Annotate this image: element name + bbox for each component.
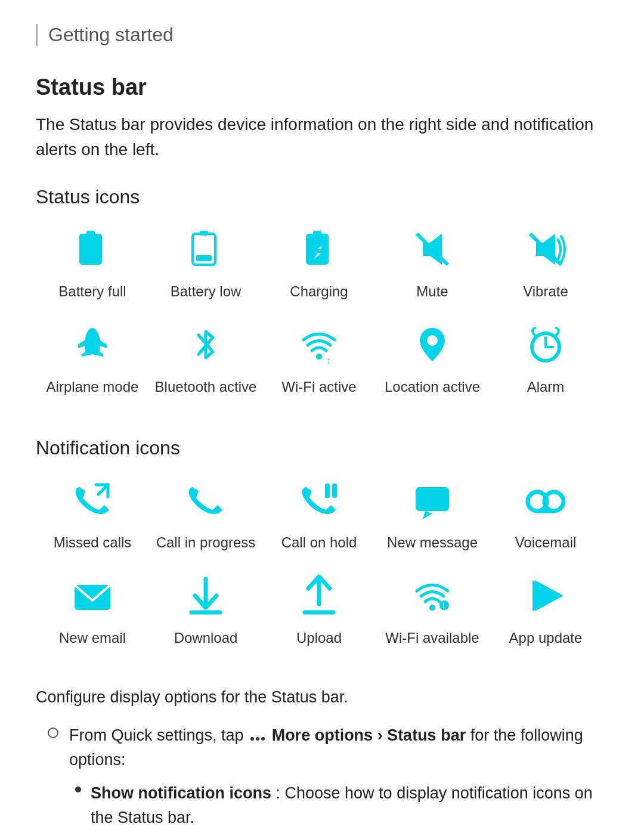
icon-item-call-in-progress: Call in progress bbox=[149, 473, 262, 551]
svg-rect-20 bbox=[325, 484, 330, 498]
svg-rect-3 bbox=[196, 255, 212, 261]
icon-item-location-active: Location active bbox=[376, 318, 489, 395]
svg-rect-1 bbox=[86, 231, 95, 236]
bullet-intro: From Quick settings, tap bbox=[69, 726, 244, 744]
icon-item-battery-low: Battery low bbox=[149, 222, 262, 300]
svg-point-12 bbox=[427, 335, 438, 346]
vibrate-label: Vibrate bbox=[523, 283, 568, 300]
new-email-label: New email bbox=[59, 630, 126, 646]
svg-line-8 bbox=[417, 234, 448, 265]
app-update-label: App update bbox=[509, 630, 583, 646]
charging-icon bbox=[292, 222, 346, 276]
location-active-icon bbox=[405, 318, 459, 371]
icon-item-wifi-available: ! Wi-Fi available bbox=[376, 569, 489, 646]
section-description: The Status bar provides device informati… bbox=[36, 112, 608, 162]
bluetooth-active-label: Bluetooth active bbox=[155, 379, 257, 395]
missed-calls-label: Missed calls bbox=[54, 534, 132, 551]
icon-item-voicemail: Voicemail bbox=[489, 473, 602, 551]
call-on-hold-icon bbox=[292, 473, 346, 527]
svg-point-32 bbox=[429, 605, 435, 611]
voicemail-icon bbox=[519, 473, 572, 527]
location-active-label: Location active bbox=[385, 379, 480, 395]
battery-full-icon bbox=[66, 222, 119, 276]
svg-rect-6 bbox=[313, 231, 321, 236]
icon-item-mute: Mute bbox=[376, 222, 489, 300]
charging-label: Charging bbox=[290, 283, 348, 300]
svg-point-10 bbox=[316, 354, 322, 360]
bullet-menu-label: More options › Status bar bbox=[272, 726, 466, 744]
icon-item-airplane-mode: Airplane mode bbox=[36, 318, 149, 395]
page-header: Getting started bbox=[36, 24, 608, 46]
call-in-progress-icon bbox=[179, 473, 233, 527]
icon-item-bluetooth-active: Bluetooth active bbox=[149, 318, 262, 395]
upload-label: Upload bbox=[296, 630, 342, 646]
wifi-active-label: Wi-Fi active bbox=[281, 379, 356, 395]
wifi-available-label: Wi-Fi available bbox=[385, 630, 479, 646]
icon-item-new-email: New email bbox=[36, 569, 149, 646]
icon-item-vibrate: Vibrate bbox=[489, 222, 602, 300]
svg-rect-4 bbox=[200, 231, 208, 236]
airplane-mode-label: Airplane mode bbox=[47, 379, 139, 395]
sub-bullets-container: Show notification icons : Choose how to … bbox=[75, 781, 608, 833]
voicemail-label: Voicemail bbox=[515, 534, 577, 551]
new-email-icon bbox=[66, 569, 119, 623]
missed-calls-icon bbox=[66, 473, 119, 527]
airplane-mode-icon bbox=[66, 318, 119, 371]
sub-bullet-1: Show notification icons : Choose how to … bbox=[75, 781, 608, 829]
bullet-section: From Quick settings, tap More options › … bbox=[48, 723, 608, 833]
sub-bullet-1-label: Show notification icons bbox=[91, 784, 271, 802]
wifi-available-icon: ! bbox=[405, 569, 459, 623]
battery-low-icon bbox=[179, 222, 233, 276]
icon-item-new-message: New message bbox=[376, 473, 489, 551]
battery-low-label: Battery low bbox=[171, 283, 242, 300]
battery-full-label: Battery full bbox=[58, 283, 126, 300]
svg-text:!: ! bbox=[442, 601, 445, 610]
upload-icon bbox=[292, 569, 346, 623]
icon-item-alarm: Alarm bbox=[489, 318, 602, 395]
vibrate-icon bbox=[519, 222, 572, 276]
svg-marker-36 bbox=[535, 580, 564, 611]
svg-marker-23 bbox=[423, 511, 432, 519]
svg-rect-21 bbox=[332, 484, 337, 498]
three-dots-icon bbox=[248, 726, 272, 744]
alarm-label: Alarm bbox=[527, 379, 565, 395]
svg-rect-0 bbox=[79, 234, 102, 265]
call-in-progress-label: Call in progress bbox=[156, 534, 256, 551]
section-title: Status bar bbox=[36, 75, 608, 100]
sub-bullet-1-text: Show notification icons : Choose how to … bbox=[91, 781, 608, 829]
notification-icons-grid: Missed calls Call in progress Call on ho… bbox=[36, 473, 608, 664]
bullet-text: From Quick settings, tap More options › … bbox=[69, 723, 608, 772]
new-message-label: New message bbox=[387, 534, 478, 551]
alarm-icon bbox=[519, 318, 572, 371]
bullet-circle-icon bbox=[48, 727, 58, 738]
svg-line-9 bbox=[530, 234, 561, 265]
icon-item-charging: Charging bbox=[262, 222, 376, 300]
wifi-active-icon: ↕ bbox=[292, 318, 346, 371]
header-label: Getting started bbox=[48, 24, 174, 45]
icon-item-call-on-hold: Call on hold bbox=[262, 473, 376, 551]
main-bullet-item: From Quick settings, tap More options › … bbox=[48, 723, 608, 772]
icon-item-missed-calls: Missed calls bbox=[36, 473, 149, 551]
configure-text: Configure display options for the Status… bbox=[36, 688, 608, 707]
bluetooth-active-icon bbox=[179, 318, 233, 371]
new-message-icon bbox=[405, 473, 459, 527]
mute-icon bbox=[405, 222, 459, 276]
icon-item-upload: Upload bbox=[262, 569, 376, 646]
app-update-icon bbox=[519, 569, 572, 623]
icon-item-download: Download bbox=[149, 569, 262, 646]
download-label: Download bbox=[174, 630, 238, 646]
download-icon bbox=[179, 569, 233, 623]
svg-rect-22 bbox=[416, 487, 449, 511]
notification-icons-title: Notification icons bbox=[36, 437, 608, 459]
mute-label: Mute bbox=[416, 283, 448, 300]
sub-bullet-dot-1 bbox=[75, 786, 81, 792]
call-on-hold-label: Call on hold bbox=[281, 534, 357, 551]
icon-item-wifi-active: ↕ Wi-Fi active bbox=[262, 318, 376, 395]
icon-item-battery-full: Battery full bbox=[36, 222, 149, 300]
icon-item-app-update: App update bbox=[489, 569, 602, 646]
svg-text:↕: ↕ bbox=[326, 355, 331, 366]
status-icons-grid: Battery full Battery low Charging bbox=[36, 222, 608, 413]
status-icons-title: Status icons bbox=[36, 186, 608, 208]
